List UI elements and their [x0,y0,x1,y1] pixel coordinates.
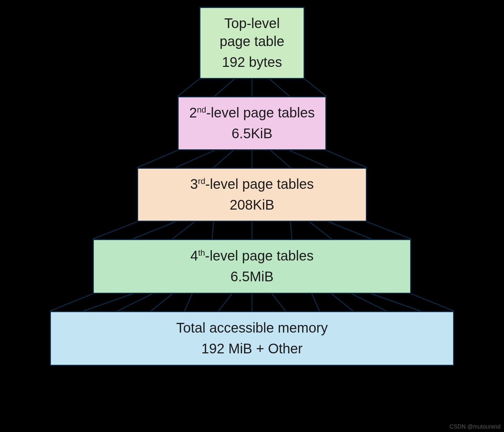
level-2-box: 2nd-level page tables 6.5KiB [178,96,326,150]
level-3-box: 3rd-level page tables 208KiB [137,168,367,222]
svg-line-32 [371,294,421,311]
level-1-size: 192 bytes [222,52,282,72]
connector-4 [50,294,454,311]
svg-line-21 [50,294,93,311]
level-2-size: 6.5KiB [232,124,272,143]
svg-line-9 [271,150,290,168]
svg-line-11 [326,150,367,168]
level-4-box: 4th-level page tables 6.5MiB [93,239,411,294]
svg-line-7 [214,150,233,168]
svg-line-3 [270,79,289,96]
level-3-title: 3rd-level page tables [190,175,314,193]
level-5-box: Total accessible memory 192 MiB + Other [50,311,454,366]
connector-2 [137,150,367,168]
svg-line-29 [312,294,320,311]
svg-line-26 [218,294,232,311]
svg-line-17 [290,222,292,239]
connector-1 [178,79,326,96]
level-3-size: 208KiB [230,195,274,214]
level-5-title: Total accessible memory [176,319,328,337]
svg-line-22 [83,294,133,311]
level-1-title: Top-levelpage table [220,14,285,50]
level-4-title: 4th-level page tables [190,247,314,265]
svg-line-1 [215,79,234,96]
svg-line-6 [176,150,215,168]
svg-line-18 [309,222,332,239]
svg-line-25 [184,294,192,311]
level-1-box: Top-levelpage table 192 bytes [199,7,305,79]
svg-line-19 [328,222,371,239]
svg-line-13 [133,222,176,239]
level-5-size: 192 MiB + Other [201,339,303,358]
svg-line-31 [352,294,387,311]
svg-line-24 [151,294,172,311]
level-4-size: 6.5MiB [231,267,274,286]
svg-line-12 [93,222,137,239]
page-table-pyramid: Top-levelpage table 192 bytes 2nd-level … [0,7,504,366]
connector-3 [93,222,411,239]
watermark-text: CSDN @mutourend [450,424,501,430]
svg-line-0 [178,79,199,96]
svg-line-28 [272,294,286,311]
level-2-title: 2nd-level page tables [189,104,315,122]
svg-line-5 [137,150,178,168]
svg-line-20 [367,222,411,239]
svg-line-15 [212,222,214,239]
svg-line-23 [117,294,152,311]
svg-line-4 [305,79,326,96]
svg-line-10 [289,150,328,168]
svg-line-14 [172,222,195,239]
svg-line-33 [411,294,454,311]
svg-line-30 [332,294,353,311]
